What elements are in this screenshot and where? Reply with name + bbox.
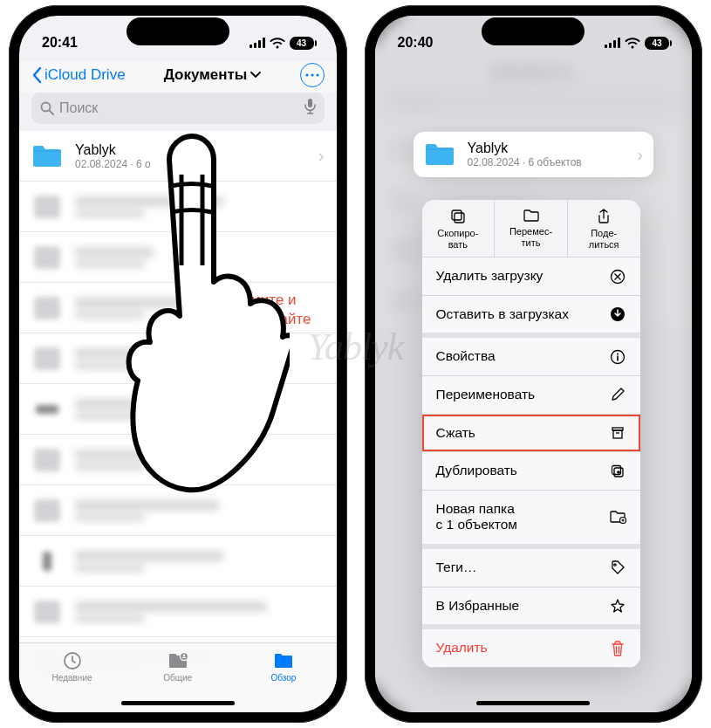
new-folder-icon [609,510,626,524]
menu-duplicate[interactable]: Дублировать [422,452,640,491]
trash-icon [609,641,626,656]
context-menu: Скопиро- вать Перемес- тить Поде- литься… [422,200,640,668]
mic-icon[interactable] [304,99,316,118]
home-indicator[interactable] [476,701,590,705]
move-button[interactable]: Перемес- тить [495,200,568,257]
star-icon [609,598,626,614]
copy-icon [450,209,466,224]
nav-title[interactable]: Документы [164,66,262,84]
tab-shared[interactable]: Общие [143,650,213,683]
tab-browse[interactable]: Обзор [249,650,318,683]
wifi-icon [625,38,640,49]
svg-rect-18 [452,210,461,220]
nav-bar: iCloud Drive Документы [19,61,337,93]
menu-delete[interactable]: Удалить [422,629,640,668]
svg-point-5 [311,73,313,76]
status-right: 43 [250,37,314,50]
svg-rect-9 [308,99,312,107]
svg-rect-1 [254,43,256,48]
status-time: 20:41 [42,35,78,51]
svg-rect-0 [250,45,252,48]
menu-rename[interactable]: Переименовать [422,376,640,415]
svg-point-30 [613,564,615,566]
svg-rect-14 [609,43,612,48]
chevron-right-icon: › [318,146,325,166]
svg-rect-13 [605,45,607,48]
share-icon [597,209,611,224]
chevron-down-icon [250,72,261,79]
ellipsis-icon [305,73,319,77]
folder-icon [272,650,295,671]
chevron-right-icon: › [637,145,643,165]
copy-button[interactable]: Скопиро- вать [422,200,496,257]
selected-folder-row[interactable]: Yablyk 02.08.2024 · 6 объектов › [414,132,654,177]
phone-right: Документы Поиск 20:40 43 [365,5,703,723]
svg-line-8 [50,111,54,115]
svg-point-12 [182,655,185,657]
svg-rect-23 [617,355,619,361]
status-right: 43 [605,37,669,50]
share-button[interactable]: Поде- литься [568,200,640,257]
wifi-icon [270,38,285,49]
battery-icon: 43 [290,37,314,50]
battery-icon: 43 [645,37,669,50]
svg-point-22 [617,353,619,354]
list-item[interactable] [19,536,337,587]
pencil-icon [609,387,626,402]
remove-download-icon [609,269,626,285]
svg-rect-3 [263,38,265,48]
svg-rect-16 [618,38,620,48]
menu-compress[interactable]: Сжать [422,415,640,453]
tab-recent[interactable]: Недавние [38,650,107,683]
menu-remove-download[interactable]: Удалить загрузку [422,258,640,296]
status-time: 20:40 [398,35,434,51]
back-label: iCloud Drive [44,66,126,84]
cellular-icon [250,38,265,48]
folder-icon [31,143,63,169]
menu-get-info[interactable]: Свойства [422,338,640,376]
svg-rect-28 [612,465,620,474]
duplicate-icon [609,464,626,479]
folder-text: Yablyk 02.08.2024 · 6 объектов [468,141,626,168]
svg-rect-17 [455,213,464,223]
hand-pointer-icon [124,129,290,496]
menu-keep-downloaded[interactable]: Оставить в загрузках [422,296,640,339]
folder-meta: 02.08.2024 · 6 объектов [468,156,626,168]
clock-icon [61,650,84,671]
list-item[interactable] [19,587,337,637]
context-popout: Yablyk 02.08.2024 · 6 объектов › Скопиро… [414,132,654,668]
folder-move-icon [523,209,540,223]
info-icon [609,349,626,365]
more-button[interactable] [300,63,325,87]
svg-point-4 [305,73,308,76]
svg-rect-25 [613,430,622,438]
search-field[interactable]: Поиск [31,93,325,124]
menu-tags[interactable]: Теги… [422,549,640,587]
screen-right: Документы Поиск 20:40 43 [375,16,693,712]
menu-new-folder[interactable]: Новая папка с 1 объектом [422,491,640,549]
cellular-icon [605,38,620,48]
home-indicator[interactable] [121,701,235,705]
notch [126,17,229,45]
phone-left: 20:41 43 iCloud Drive Документы Поиск [9,5,347,723]
archive-icon [609,425,626,441]
shared-folder-icon [167,650,189,671]
back-button[interactable]: iCloud Drive [31,66,126,84]
download-icon [609,306,626,322]
svg-point-6 [316,73,318,76]
svg-rect-15 [613,40,616,48]
notch [482,17,585,45]
folder-name: Yablyk [468,141,626,156]
search-placeholder: Поиск [59,100,98,116]
folder-icon [424,141,455,168]
chevron-left-icon [31,66,42,84]
menu-favorite[interactable]: В Избранные [422,587,640,630]
svg-rect-2 [258,40,261,48]
search-icon [40,101,54,115]
tag-icon [609,560,626,575]
screen-left: 20:41 43 iCloud Drive Документы Поиск [19,16,337,712]
menu-top-actions: Скопиро- вать Перемес- тить Поде- литься [422,200,640,258]
